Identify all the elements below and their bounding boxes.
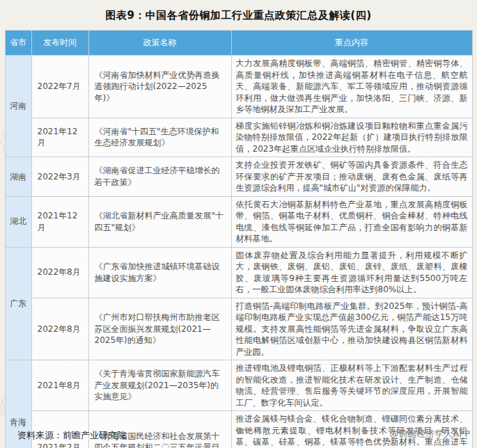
table-header: 省市发布时间政策名称重点内容 [5, 31, 472, 56]
date-cell: 2022年7月 [31, 56, 88, 118]
policy-cell: 《关于青海省贯彻国家新能源汽车产业发展规划(2021—2035年)的实施意见》 [88, 360, 231, 411]
content-cell: 打造铜箔-高端印制电路板产业集群。到2025年，预计铜箔-高端印制电路板产业实现… [231, 298, 472, 360]
figure-page: 前瞻产业研究院 前瞻产业研究院 前瞻产业研究院 前瞻产业研究院 前瞻产业研究院 … [0, 0, 477, 448]
header-cell-2: 政策名称 [88, 31, 231, 56]
source-note: 资料来源：前瞻产业研究院 [17, 429, 126, 442]
policy-cell: 《河南省"十四五"生态环境保护和生态经济发展规划》 [88, 118, 231, 157]
table-row: 2021年12月《河南省"十四五"生态环境保护和生态经济发展规划》梯度实施铅锌铜… [5, 118, 472, 157]
content-cell: 固体废弃物处置及综合利用能力显著提升，利用规模不断扩大，废钢铁、废铜、废铝、废铅… [231, 247, 472, 298]
table-row: 河南2022年7月《河南省加快材料产业优势再造换道领跑行动计划(2022—202… [5, 56, 472, 118]
content-cell: 支持企业投资开发铁矿、铜矿等国内具备资源条件、符合生态环保要求的矿产开发项目；推… [231, 157, 472, 197]
policy-cell: 《广州市对口帮扶梅州市助推老区苏区全面振兴发展规划(2021—2025年)的通知… [88, 298, 231, 360]
date-cell: 2021年8月 [31, 360, 88, 411]
table-body: 河南2022年7月《河南省加快材料产业优势再造换道领跑行动计划(2022—202… [5, 56, 472, 448]
content-cell: 推进锂电池及锂电铜箔、正极材料等上下游配套材料生产过程的智能化改造，推进智能化技… [231, 360, 472, 411]
header-cell-3: 重点内容 [231, 31, 472, 56]
policy-cell: 《湖北省新材料产业高质量发展"十四五"规划》 [88, 196, 231, 247]
table-row: 湖南2022年3月《湖南省促进工业经济平稳增长的若干政策》支持企业投资开发铁矿、… [5, 157, 472, 197]
header-row: 省市发布时间政策名称重点内容 [5, 31, 472, 56]
content-cell: 依托黄石大冶铜基新材料特色产业基地，重点发展高精度铜板带、铜箔、铜基电子材料、优… [231, 196, 472, 247]
policy-cell: 《河南省加快材料产业优势再造换道领跑行动计划(2022—2025年)》 [88, 56, 231, 118]
province-cell: 湖南 [5, 157, 31, 197]
policy-cell: 《湖南省促进工业经济平稳增长的若干政策》 [88, 157, 231, 197]
content-cell: 大力发展高精度铜板带、高端铜箔、精密铜管、精密铜导体、高质量铜杆线，加快推进高端… [231, 56, 472, 118]
content-cell: 梯度实施铅锌铜冶炼和铜冶炼建设项目颗粒物和重点重金属污染物特别排放限值，2022… [231, 118, 472, 157]
policy-table: 省市发布时间政策名称重点内容 河南2022年7月《河南省加快材料产业优势再造换道… [5, 30, 473, 448]
table-row: 2022年8月《广州市对口帮扶梅州市助推老区苏区全面振兴发展规划(2021—20… [5, 298, 472, 360]
table-row: 青海2021年8月《关于青海省贯彻国家新能源汽车产业发展规划(2021—2035… [5, 360, 472, 411]
province-cell: 湖北 [5, 196, 31, 247]
date-cell: 2021年12月 [31, 196, 88, 247]
header-cell-1: 发布时间 [31, 31, 88, 56]
province-cell: 河南 [5, 56, 31, 157]
header-cell-0: 省市 [5, 31, 31, 56]
date-cell: 2022年8月 [31, 247, 88, 298]
table-row: 湖北2021年12月《湖北省新材料产业高质量发展"十四五"规划》依托黄石大冶铜基… [5, 196, 472, 247]
date-cell: 2022年8月 [31, 298, 88, 360]
table-row: 广东2022年8月《广东省加快推进城镇环境基础设施建设实施方案》固体废弃物处置及… [5, 247, 472, 298]
date-cell: 2021年12月 [31, 118, 88, 157]
figure-title: 图表9：中国各省份铜加工行业重点政策汇总及解读(四) [0, 0, 477, 22]
policy-cell: 《广东省加快推进城镇环境基础设施建设实施方案》 [88, 247, 231, 298]
app-credit: @前瞻经济学人APP [389, 428, 470, 440]
date-cell: 2022年3月 [31, 157, 88, 197]
province-cell: 广东 [5, 247, 31, 360]
